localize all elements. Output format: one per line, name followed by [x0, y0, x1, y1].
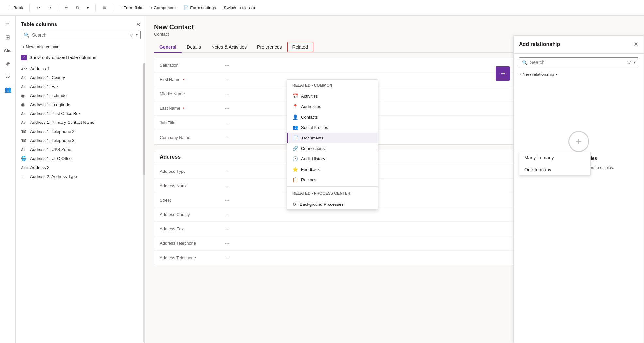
related-item-contacts[interactable]: 👤 Contacts	[287, 112, 378, 122]
dropdown-icon: ▾	[87, 5, 89, 10]
list-item[interactable]: Ab Address 1: UPS Zone	[16, 145, 146, 154]
redo-button[interactable]: ↪	[45, 4, 54, 11]
nav-text-icon[interactable]: Abc	[2, 44, 14, 56]
add-relationship-button[interactable]: +	[496, 66, 510, 81]
related-item-feedback[interactable]: ⭐ Feedback	[287, 164, 378, 174]
back-button[interactable]: ← Back	[5, 4, 25, 11]
switch-classic-button[interactable]: Switch to classic	[221, 4, 257, 11]
item-label: Address 1: Telephone 3	[30, 138, 74, 143]
list-item[interactable]: ◉ Address 1: Longitude	[16, 100, 146, 109]
tab-details[interactable]: Details	[182, 42, 206, 52]
new-relationship-button[interactable]: + New relationship ▾	[514, 70, 644, 79]
form-field-button[interactable]: + Form field	[117, 4, 145, 11]
field-label: Company Name	[154, 132, 220, 143]
nav-menu-icon[interactable]: ≡	[2, 18, 14, 30]
many-to-many-option[interactable]: Many-to-many	[519, 152, 590, 164]
item-icon: Ab	[21, 148, 27, 152]
separator-2	[58, 4, 58, 12]
panel-close-button[interactable]: ✕	[634, 41, 638, 48]
form-settings-label: Form settings	[190, 5, 216, 10]
related-item-social[interactable]: 👥 Social Profiles	[287, 122, 378, 133]
new-relationship-label: + New relationship	[519, 72, 554, 77]
sidebar-search-input[interactable]	[32, 32, 127, 38]
related-item-activities[interactable]: 📅 Activities	[287, 91, 378, 101]
list-item[interactable]: Ab Address 1: Post Office Box	[16, 109, 146, 118]
separator-4	[113, 4, 113, 12]
show-unused-checkbox[interactable]: ✓	[21, 55, 27, 60]
panel-search-icon: 🔍	[522, 60, 527, 65]
field-label: Address Fax	[154, 223, 220, 235]
related-item-audit[interactable]: 🕐 Audit History	[287, 154, 378, 164]
chevron-down-icon: ▾	[136, 33, 138, 37]
cut-button[interactable]: ✂	[62, 4, 71, 11]
form-settings-button[interactable]: 📄 Form settings	[181, 4, 218, 11]
field-label: Salutation	[154, 59, 220, 71]
field-label: First Name •	[154, 74, 220, 85]
chevron-down-icon: ▾	[556, 72, 558, 77]
delete-icon: 🗑	[102, 5, 106, 10]
required-indicator: •	[183, 77, 185, 82]
paste-button[interactable]: ⎘	[73, 4, 81, 11]
related-item-recipes[interactable]: 📋 Recipes	[287, 174, 378, 185]
related-item-label: Audit History	[301, 156, 325, 161]
list-item[interactable]: Abc Address 2	[16, 163, 146, 172]
list-item[interactable]: Ab Address 1: County	[16, 73, 146, 82]
related-item-connections[interactable]: 🔗 Connections	[287, 143, 378, 154]
filter-icon[interactable]: ▽	[627, 60, 631, 65]
new-column-label: + New table column	[22, 44, 60, 49]
paste-icon: ⎘	[76, 5, 79, 10]
documents-icon: 📄	[293, 135, 299, 140]
item-label: Address 1	[30, 66, 50, 71]
item-icon: Abc	[21, 67, 28, 71]
nav-people-icon[interactable]: 👥	[2, 84, 14, 95]
list-item[interactable]: Ab Address 1: Primary Contact Name	[16, 118, 146, 127]
component-button[interactable]: + Component	[148, 4, 178, 11]
new-column-button[interactable]: + New table column	[21, 43, 61, 51]
item-label: Address 1: Latitude	[30, 93, 67, 98]
related-item-bg-processes[interactable]: ⚙ Background Processes	[287, 199, 378, 209]
nav-code-icon[interactable]: JS	[2, 71, 14, 82]
dropdown-button[interactable]: ▾	[84, 4, 91, 11]
tab-notes-activities[interactable]: Notes & Activities	[206, 42, 252, 52]
related-item-addresses[interactable]: 📍 Addresses	[287, 101, 378, 112]
undo-button[interactable]: ↩	[34, 4, 42, 11]
related-item-label: Connections	[301, 146, 325, 151]
back-label: Back	[13, 5, 23, 10]
list-item[interactable]: ☎ Address 1: Telephone 2	[16, 127, 146, 136]
addresses-icon: 📍	[292, 104, 298, 109]
tab-preferences[interactable]: Preferences	[252, 42, 287, 52]
list-item[interactable]: Ab Address 1: Fax	[16, 82, 146, 91]
tab-general[interactable]: General	[154, 42, 182, 52]
one-to-many-option[interactable]: One-to-many	[519, 164, 590, 175]
tab-related[interactable]: Related	[287, 42, 313, 52]
sidebar-title: Table columns	[21, 22, 57, 27]
related-dropdown: Related - Common 📅 Activities 📍 Addresse…	[287, 79, 378, 210]
list-item[interactable]: 🌐 Address 1: UTC Offset	[16, 154, 146, 163]
panel-search-input[interactable]	[530, 60, 625, 65]
panel-title: Add relationship	[519, 41, 560, 47]
filter-icon[interactable]: ▽	[130, 32, 133, 38]
nav-shapes-icon[interactable]: ◈	[2, 57, 14, 69]
audit-icon: 🕐	[292, 156, 298, 161]
item-icon: Ab	[21, 112, 27, 116]
sidebar: Table columns ✕ 🔍 ▽ ▾ + New table column…	[16, 16, 146, 343]
related-item-label: Contacts	[301, 115, 318, 120]
scrollbar-track	[143, 63, 145, 343]
item-label: Address 2: Address Type	[30, 174, 77, 179]
list-item[interactable]: □ Address 2: Address Type	[16, 172, 146, 181]
nav-grid-icon[interactable]: ⊞	[2, 31, 14, 43]
related-item-documents[interactable]: 📄 Documents	[287, 133, 378, 143]
item-icon: ◉	[21, 102, 27, 107]
cut-icon: ✂	[65, 5, 68, 10]
list-item[interactable]: Abc Address 1	[16, 64, 146, 73]
sidebar-close-button[interactable]: ✕	[136, 21, 141, 28]
delete-button[interactable]: 🗑	[100, 4, 109, 11]
list-item[interactable]: ◉ Address 1: Latitude	[16, 91, 146, 100]
item-icon: ☎	[21, 129, 27, 134]
list-item[interactable]: ☎ Address 1: Telephone 3	[16, 136, 146, 145]
activities-icon: 📅	[292, 93, 298, 99]
recipes-icon: 📋	[292, 177, 298, 182]
item-label: Address 2	[30, 165, 50, 170]
item-icon: Ab	[21, 76, 27, 80]
field-label: Last Name •	[154, 103, 220, 114]
